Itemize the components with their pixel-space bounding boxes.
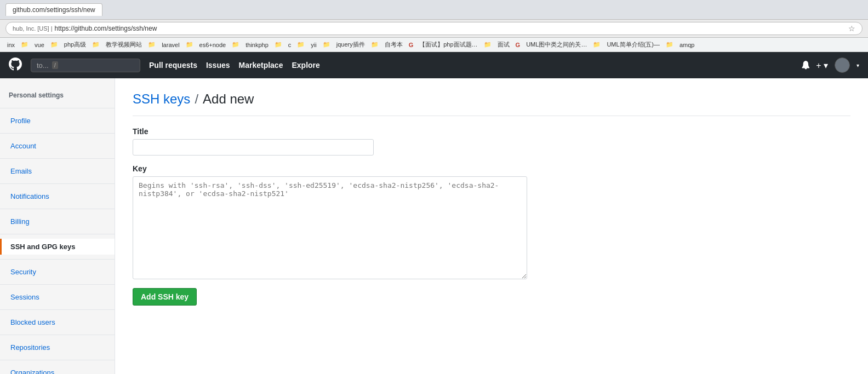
bookmark-c[interactable]: c [285, 41, 294, 49]
sidebar-divider-2 [0, 158, 115, 159]
bookmark-bar: inx 📁 vue 📁 php高级 📁 教学视频网站 📁 laravel 📁 e… [0, 38, 868, 52]
bookmark-g2: G [516, 42, 521, 48]
sidebar-divider-5 [0, 234, 115, 234]
title-field-group: Title [133, 127, 850, 156]
sidebar-item-security[interactable]: Security [0, 264, 115, 280]
bookmark-amqp[interactable]: amqp [677, 41, 698, 49]
bookmark-folder-icon2: 📁 [50, 41, 58, 48]
nav-actions: + ▾ ▾ [802, 57, 859, 73]
main-content: SSH keys / Add new Title Key Add SSH key [115, 78, 868, 374]
search-placeholder: to... [37, 61, 49, 70]
bookmark-folder-icon4: 📁 [148, 41, 156, 48]
sidebar-divider-top [0, 108, 115, 108]
sidebar-divider-3 [0, 183, 115, 184]
add-button[interactable]: + ▾ [816, 60, 828, 71]
bookmark-folder-icon5: 📁 [186, 41, 193, 48]
sidebar-item-organizations[interactable]: Organizations [0, 365, 115, 374]
bookmark-uml1[interactable]: UML图中类之间的关… [523, 39, 590, 50]
sidebar-divider-6 [0, 259, 115, 260]
key-textarea[interactable] [133, 176, 527, 279]
browser-tab[interactable]: github.com/settings/ssh/new [5, 3, 102, 16]
sidebar-item-emails[interactable]: Emails [0, 163, 115, 179]
sidebar-divider-9 [0, 335, 115, 335]
search-slash: / [52, 61, 58, 69]
bookmark-folder-icon12: 📁 [593, 41, 601, 48]
bookmark-folder-icon13: 📁 [666, 41, 673, 48]
main-container: Personal settings Profile Account Emails… [0, 78, 868, 374]
bookmark-folder-icon9: 📁 [323, 41, 330, 48]
sidebar: Personal settings Profile Account Emails… [0, 78, 115, 374]
sidebar-item-repositories[interactable]: Repositories [0, 340, 115, 355]
key-label: Key [133, 164, 850, 173]
page-title: Add new [203, 91, 254, 107]
bookmark-exam[interactable]: 自考本 [382, 39, 406, 50]
sidebar-item-profile[interactable]: Profile [0, 113, 115, 129]
search-box[interactable]: to... / [31, 59, 140, 72]
sidebar-divider-10 [0, 360, 115, 360]
bookmark-folder-icon3: 📁 [92, 41, 100, 48]
browser-tab-bar: github.com/settings/ssh/new [0, 0, 868, 20]
address-bar-row: hub, Inc. [US] | https://github.com/sett… [0, 20, 868, 38]
bookmark-video[interactable]: 教学视频网站 [103, 39, 145, 50]
star-icon[interactable]: ☆ [848, 24, 855, 33]
sidebar-divider-1 [0, 133, 115, 134]
title-label: Title [133, 127, 850, 136]
breadcrumb-ssh-keys-link[interactable]: SSH keys [133, 91, 190, 107]
bookmark-vue[interactable]: vue [32, 41, 47, 49]
nav-pull-requests[interactable]: Pull requests [149, 61, 197, 70]
breadcrumb-separator: / [195, 91, 198, 107]
sidebar-item-ssh-gpg-keys[interactable]: SSH and GPG keys [0, 239, 115, 255]
sidebar-divider-8 [0, 309, 115, 310]
sidebar-item-blocked-users[interactable]: Blocked users [0, 314, 115, 330]
bookmark-inx[interactable]: inx [4, 41, 18, 49]
github-nav: to... / Pull requests Issues Marketplace… [0, 52, 868, 78]
bookmark-folder-icon: 📁 [21, 41, 28, 48]
sidebar-item-notifications[interactable]: Notifications [0, 188, 115, 204]
bookmark-folder-icon10: 📁 [371, 41, 379, 48]
avatar[interactable] [835, 57, 850, 73]
github-logo [9, 57, 22, 73]
bookmark-folder-icon7: 📁 [275, 41, 282, 48]
sidebar-item-account[interactable]: Account [0, 138, 115, 154]
bookmark-folder-icon11: 📁 [484, 41, 492, 48]
bookmark-folder-icon6: 📁 [232, 41, 239, 48]
add-ssh-key-button[interactable]: Add SSH key [133, 288, 197, 306]
notifications-button[interactable] [802, 61, 809, 70]
bookmark-jquery[interactable]: jquery插件 [334, 39, 368, 50]
bookmark-php[interactable]: php高级 [61, 39, 89, 50]
bookmark-thinkphp[interactable]: thinkphp [243, 41, 271, 49]
title-input[interactable] [133, 139, 374, 156]
bookmark-g1: G [409, 42, 414, 48]
site-info: hub, Inc. [US] | [13, 25, 53, 32]
page-header: SSH keys / Add new [133, 91, 850, 116]
address-bar[interactable]: hub, Inc. [US] | https://github.com/sett… [5, 22, 863, 35]
sidebar-divider-7 [0, 284, 115, 285]
bookmark-yii[interactable]: yii [308, 41, 319, 49]
nav-issues[interactable]: Issues [206, 61, 230, 70]
sidebar-item-billing[interactable]: Billing [0, 214, 115, 229]
bookmark-interview[interactable]: 【面试】php面试题… [416, 39, 480, 50]
submit-group: Add SSH key [133, 288, 850, 306]
bookmark-interview2[interactable]: 面试 [495, 39, 512, 50]
sidebar-item-sessions[interactable]: Sessions [0, 289, 115, 305]
add-ssh-key-form: Title Key Add SSH key [133, 127, 850, 306]
sidebar-heading: Personal settings [0, 87, 115, 103]
key-field-group: Key [133, 164, 850, 279]
bookmark-laravel[interactable]: laravel [159, 41, 182, 49]
sidebar-divider-4 [0, 209, 115, 209]
url-text: https://github.com/settings/ssh/new [55, 25, 157, 32]
bookmark-uml2[interactable]: UML简单介绍(五)— [604, 39, 663, 50]
nav-marketplace[interactable]: Marketplace [239, 61, 283, 70]
bookmark-folder-icon8: 📁 [297, 41, 305, 48]
avatar-caret: ▾ [856, 62, 859, 68]
bookmark-es6[interactable]: es6+node [197, 41, 229, 49]
nav-explore[interactable]: Explore [292, 61, 319, 70]
